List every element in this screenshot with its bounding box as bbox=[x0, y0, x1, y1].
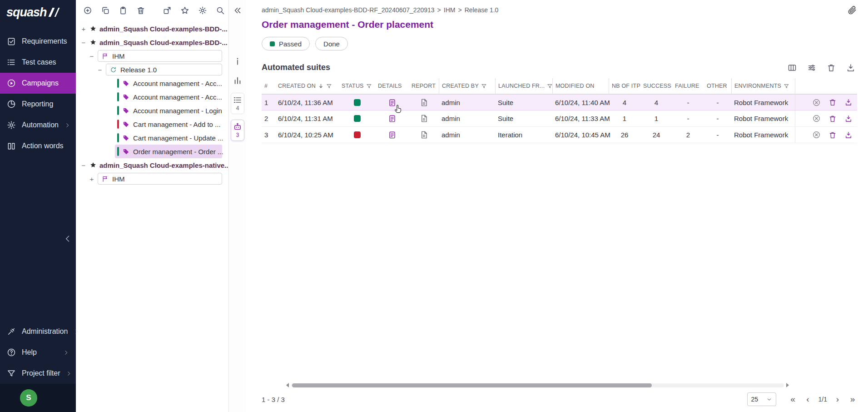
trash-icon[interactable] bbox=[828, 115, 837, 123]
sidebar-item-campaigns[interactable]: Campaigns bbox=[0, 73, 76, 94]
iteration-node-box[interactable]: Release 1.0 bbox=[106, 64, 222, 75]
breadcrumb-campaign[interactable]: IHM bbox=[444, 6, 456, 14]
tree-campaign-node[interactable]: − IHM bbox=[76, 49, 228, 63]
column-header-success[interactable]: SUCCESS bbox=[640, 78, 672, 94]
tree-project-node[interactable]: − admin_Squash Cloud-examples-BDD-... bbox=[76, 35, 228, 49]
sidebar-item-action-words[interactable]: Action words bbox=[0, 136, 76, 156]
details-icon[interactable] bbox=[388, 114, 397, 123]
column-header-environments[interactable]: ENVIRONMENTS bbox=[731, 78, 795, 94]
filter-funnel-icon[interactable] bbox=[326, 83, 332, 89]
table-row[interactable]: 3 6/10/24, 10:25 AM admin Iteration 6/10… bbox=[262, 127, 857, 143]
cancel-execution-icon[interactable] bbox=[812, 131, 821, 139]
sidebar-item-requirements[interactable]: Requirements bbox=[0, 31, 76, 52]
workflow-state-chip[interactable]: Done bbox=[315, 37, 348, 50]
download-results-icon[interactable] bbox=[844, 98, 853, 106]
column-header-details[interactable]: DETAILS bbox=[375, 78, 409, 94]
sidebar-item-test-cases[interactable]: Test cases bbox=[0, 52, 76, 73]
campaign-node-box[interactable]: IHM bbox=[98, 173, 222, 185]
export-icon[interactable] bbox=[163, 6, 172, 15]
filter-settings-icon[interactable] bbox=[807, 63, 816, 72]
add-icon[interactable] bbox=[83, 6, 92, 15]
collapse-tree-button[interactable] bbox=[233, 5, 243, 15]
project-label[interactable]: admin_Squash Cloud-examples-BDD-... bbox=[99, 25, 228, 33]
tab-automated-suites[interactable]: 3 bbox=[231, 120, 244, 141]
table-row[interactable]: 1 6/10/24, 11:36 AM admin Suite 6/10/24,… bbox=[262, 94, 857, 111]
cancel-execution-icon[interactable] bbox=[812, 98, 821, 107]
tab-information[interactable] bbox=[231, 55, 244, 68]
collapse-icon[interactable]: − bbox=[89, 52, 95, 60]
trash-icon[interactable] bbox=[828, 131, 837, 139]
column-header-report[interactable]: REPORT bbox=[409, 78, 439, 94]
tab-dashboard[interactable] bbox=[231, 74, 244, 87]
scroll-right-arrow[interactable] bbox=[786, 383, 789, 387]
columns-icon[interactable] bbox=[788, 63, 797, 72]
first-page-button[interactable]: « bbox=[789, 394, 798, 405]
delete-icon[interactable] bbox=[136, 6, 145, 15]
campaign-node-box[interactable]: IHM bbox=[98, 50, 222, 62]
squash-logo[interactable]: squash bbox=[0, 0, 76, 25]
filter-funnel-icon[interactable] bbox=[784, 83, 789, 89]
tree-suite-item-selected[interactable]: Order management - Order ... bbox=[115, 145, 222, 158]
sidebar-item-project-filter[interactable]: Project filter bbox=[0, 363, 76, 384]
sidebar-item-reporting[interactable]: Reporting bbox=[0, 94, 76, 115]
column-header-launched-from[interactable]: LAUNCHED FR... bbox=[495, 78, 552, 94]
collapse-icon[interactable]: − bbox=[80, 161, 87, 169]
settings-gear-icon[interactable] bbox=[198, 6, 207, 15]
expand-icon[interactable]: + bbox=[80, 25, 87, 33]
breadcrumb-iteration[interactable]: Release 1.0 bbox=[465, 6, 499, 14]
report-file-icon[interactable] bbox=[420, 114, 428, 123]
column-header-created-on[interactable]: CREATED ON bbox=[275, 78, 339, 94]
breadcrumb-project[interactable]: admin_Squash Cloud-examples-BDD-RF_20240… bbox=[262, 6, 435, 14]
cancel-execution-icon[interactable] bbox=[812, 114, 821, 123]
sidebar-collapse-button[interactable] bbox=[63, 234, 72, 243]
sidebar-item-automation[interactable]: Automation bbox=[0, 115, 76, 136]
project-label[interactable]: admin_Squash Cloud-examples-native... bbox=[99, 161, 228, 169]
expand-icon[interactable]: + bbox=[89, 175, 95, 183]
next-page-button[interactable]: › bbox=[833, 394, 842, 405]
filter-funnel-icon[interactable] bbox=[547, 83, 552, 89]
download-results-icon[interactable] bbox=[844, 131, 853, 139]
details-icon[interactable] bbox=[388, 131, 397, 139]
filter-funnel-icon[interactable] bbox=[481, 83, 487, 89]
tree-project-node[interactable]: + admin_Squash Cloud-examples-BDD-... bbox=[76, 22, 228, 35]
report-file-icon[interactable] bbox=[420, 131, 428, 139]
collapse-icon[interactable]: − bbox=[97, 66, 103, 74]
sidebar-item-administration[interactable]: Administration bbox=[0, 321, 76, 342]
tree-suite-item[interactable]: Cart management - Add to ... bbox=[115, 117, 222, 131]
column-header-failure[interactable]: FAILURE bbox=[672, 78, 704, 94]
copy-icon[interactable] bbox=[101, 6, 110, 15]
project-label[interactable]: admin_Squash Cloud-examples-BDD-... bbox=[99, 39, 228, 46]
column-header-status[interactable]: STATUS bbox=[339, 78, 375, 94]
tab-test-plan[interactable]: 4 bbox=[231, 93, 244, 114]
column-header-created-by[interactable]: CREATED BY bbox=[439, 78, 495, 94]
scrollbar-track[interactable] bbox=[291, 383, 784, 387]
horizontal-scrollbar[interactable] bbox=[286, 382, 789, 388]
previous-page-button[interactable]: ‹ bbox=[804, 394, 813, 405]
report-file-icon[interactable] bbox=[420, 98, 428, 107]
paste-icon[interactable] bbox=[119, 6, 128, 15]
user-avatar[interactable]: S bbox=[20, 389, 37, 407]
tree-suite-item[interactable]: Account management - Login bbox=[115, 104, 222, 117]
favorite-star-icon[interactable] bbox=[180, 6, 189, 15]
filter-funnel-icon[interactable] bbox=[366, 83, 372, 89]
collapse-icon[interactable]: − bbox=[80, 39, 87, 46]
scroll-left-arrow[interactable] bbox=[286, 383, 289, 387]
column-header-other[interactable]: OTHER bbox=[704, 78, 731, 94]
sort-descending-icon[interactable] bbox=[318, 83, 324, 89]
download-results-icon[interactable] bbox=[844, 115, 853, 123]
scrollbar-thumb[interactable] bbox=[292, 383, 652, 387]
trash-icon[interactable] bbox=[828, 98, 837, 106]
tree-campaign-node[interactable]: + IHM bbox=[76, 172, 228, 186]
execution-status-chip[interactable]: Passed bbox=[262, 37, 310, 50]
column-header-nb-of-itpi[interactable]: NB OF ITPI bbox=[609, 78, 640, 94]
trash-icon[interactable] bbox=[827, 63, 836, 72]
attachment-paperclip-icon[interactable] bbox=[847, 5, 857, 15]
page-size-select[interactable]: 25 bbox=[747, 392, 776, 406]
column-header-modified-on[interactable]: MODIFIED ON bbox=[552, 78, 609, 94]
column-header-num[interactable]: # bbox=[262, 78, 275, 94]
tree-suite-item[interactable]: Cart management - Update ... bbox=[115, 131, 222, 145]
tree-project-node[interactable]: − admin_Squash Cloud-examples-native... bbox=[76, 158, 228, 172]
download-icon[interactable] bbox=[846, 63, 855, 72]
last-page-button[interactable]: » bbox=[848, 394, 857, 405]
tree-iteration-node[interactable]: − Release 1.0 bbox=[76, 63, 228, 76]
